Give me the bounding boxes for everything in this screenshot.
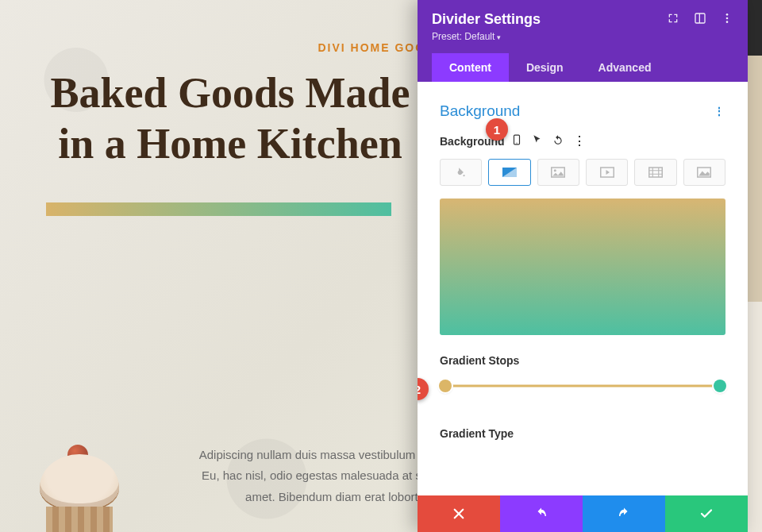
- snap-icon[interactable]: [694, 12, 706, 27]
- svg-point-3: [726, 17, 729, 20]
- bg-type-pattern[interactable]: [634, 159, 676, 186]
- annotation-2: 2: [418, 378, 429, 400]
- panel-title: Divider Settings: [432, 11, 667, 28]
- confirm-button[interactable]: [665, 495, 748, 532]
- field-more-icon[interactable]: ⋮: [573, 135, 586, 148]
- tab-design[interactable]: Design: [509, 53, 581, 82]
- gradient-stops-label: Gradient Stops: [440, 354, 725, 367]
- bg-type-gradient[interactable]: [488, 159, 530, 186]
- section-title-background[interactable]: Background: [440, 102, 714, 120]
- expand-icon[interactable]: [667, 12, 679, 27]
- cupcake-illustration: [24, 445, 135, 532]
- tab-content[interactable]: Content: [432, 53, 509, 82]
- panel-body: Background ⋮ Background ⋮ 1: [418, 82, 748, 495]
- gradient-stops-line: [440, 385, 725, 387]
- annotation-1: 1: [486, 118, 508, 141]
- gradient-stop-2[interactable]: [714, 380, 726, 392]
- panel-actionbar: [418, 495, 748, 532]
- preset-selector[interactable]: Preset: Default: [432, 31, 733, 42]
- panel-tabs: Content Design Advanced: [432, 53, 733, 82]
- redo-button[interactable]: [583, 495, 665, 532]
- tablet-icon[interactable]: [511, 134, 522, 148]
- panel-header: Divider Settings Preset: Default Content…: [418, 0, 748, 82]
- svg-point-6: [516, 143, 517, 144]
- gradient-stops-track[interactable]: [440, 376, 725, 395]
- more-icon[interactable]: [721, 12, 733, 27]
- gradient-stop-1[interactable]: [439, 380, 452, 392]
- right-edge-photo: [748, 0, 762, 532]
- bg-type-video[interactable]: [586, 159, 628, 186]
- gradient-preview[interactable]: [440, 199, 725, 335]
- cancel-button[interactable]: [418, 495, 500, 532]
- svg-point-4: [726, 21, 729, 23]
- section-more-icon[interactable]: ⋮: [714, 105, 725, 118]
- tab-advanced[interactable]: Advanced: [581, 53, 669, 82]
- background-type-tabs: [440, 159, 725, 186]
- page-headline: Baked Goods Made in a Home Kitchen: [8, 54, 452, 169]
- gradient-type-label: Gradient Type: [440, 427, 725, 440]
- svg-rect-1: [699, 13, 700, 23]
- undo-button[interactable]: [500, 495, 583, 532]
- bg-type-mask[interactable]: [683, 159, 725, 186]
- divider-preview[interactable]: [46, 202, 391, 216]
- svg-point-2: [726, 13, 729, 16]
- svg-point-9: [554, 169, 556, 172]
- svg-rect-11: [649, 168, 663, 177]
- divider-settings-panel: Divider Settings Preset: Default Content…: [418, 0, 748, 532]
- bg-type-color[interactable]: [440, 159, 482, 186]
- reset-icon[interactable]: [552, 134, 564, 148]
- hover-cursor-icon[interactable]: [532, 134, 543, 148]
- bg-type-image[interactable]: [537, 159, 579, 186]
